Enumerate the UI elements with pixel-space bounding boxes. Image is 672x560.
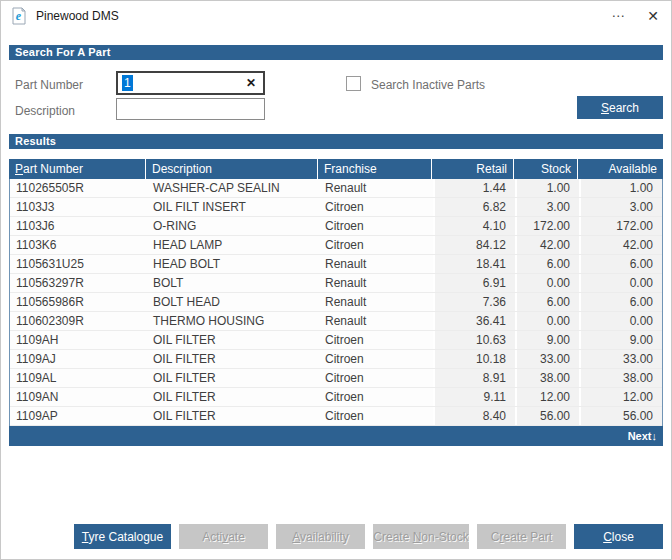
cell-description: WASHER-CAP SEALIN	[147, 179, 319, 197]
cell-part-number: 1103J6	[10, 217, 147, 235]
cell-part-number: 110563297R	[10, 274, 147, 292]
part-number-label: Part Number	[15, 78, 83, 92]
cell-available: 12.00	[579, 388, 662, 406]
close-window-icon[interactable]: ✕	[647, 8, 659, 24]
cell-retail: 8.40	[433, 407, 515, 425]
column-header-stock[interactable]: Stock	[514, 159, 578, 179]
cell-franchise: Citroen	[319, 407, 433, 425]
column-header-retail[interactable]: Retail	[432, 159, 514, 179]
cell-franchise: Renault	[319, 312, 433, 330]
cell-available: 3.00	[579, 198, 662, 216]
tyre-catalogue-button[interactable]: Tyre Catalogue	[74, 524, 171, 549]
footer-button-bar: Tyre CatalogueActivateAvailabilityCreate…	[74, 524, 663, 549]
cell-retail: 10.63	[433, 331, 515, 349]
table-row[interactable]: 1109ANOIL FILTERCitroen9.1112.0012.00	[10, 388, 662, 407]
more-options-button[interactable]: …	[611, 7, 625, 25]
cell-description: OIL FILTER	[147, 369, 319, 387]
cell-available: 172.00	[579, 217, 662, 235]
cell-available: 0.00	[579, 274, 662, 292]
cell-retail: 6.91	[433, 274, 515, 292]
cell-part-number: 110602309R	[10, 312, 147, 330]
activate-button[interactable]: Activate	[179, 524, 268, 549]
cell-franchise: Citroen	[319, 369, 433, 387]
window-title: Pinewood DMS	[36, 9, 119, 23]
cell-retail: 8.91	[433, 369, 515, 387]
search-button[interactable]: Search	[577, 96, 663, 119]
cell-franchise: Citroen	[319, 350, 433, 368]
app-ie-icon: e	[10, 7, 28, 25]
cell-franchise: Renault	[319, 255, 433, 273]
title-bar: e Pinewood DMS … ✕	[1, 1, 671, 31]
results-table-header: Part NumberDescriptionFranchiseRetailSto…	[9, 159, 663, 179]
cell-part-number: 1109AN	[10, 388, 147, 406]
column-header-franchise[interactable]: Franchise	[318, 159, 432, 179]
cell-stock: 3.00	[515, 198, 579, 216]
cell-stock: 33.00	[515, 350, 579, 368]
table-row[interactable]: 110565986RBOLT HEADRenault7.366.006.00	[10, 293, 662, 312]
description-input[interactable]	[116, 98, 265, 120]
column-header-description[interactable]: Description	[146, 159, 318, 179]
results-section-header: Results	[9, 134, 663, 149]
column-header-available[interactable]: Available	[578, 159, 663, 179]
cell-description: OIL FILTER	[147, 407, 319, 425]
table-row[interactable]: 1109AHOIL FILTERCitroen10.639.009.00	[10, 331, 662, 350]
cell-stock: 0.00	[515, 274, 579, 292]
cell-part-number: 1103J3	[10, 198, 147, 216]
cell-stock: 56.00	[515, 407, 579, 425]
cell-part-number: 1109AH	[10, 331, 147, 349]
cell-part-number: 1109AJ	[10, 350, 147, 368]
create-part-button[interactable]: Create Part	[477, 524, 566, 549]
clear-input-icon[interactable]: ✕	[246, 76, 256, 90]
table-row[interactable]: 1105631U25HEAD BOLTRenault18.416.006.00	[10, 255, 662, 274]
availability-button[interactable]: Availability	[276, 524, 365, 549]
cell-available: 0.00	[579, 312, 662, 330]
table-row[interactable]: 1103K6HEAD LAMPCitroen84.1242.0042.00	[10, 236, 662, 255]
cell-stock: 172.00	[515, 217, 579, 235]
cell-retail: 18.41	[433, 255, 515, 273]
cell-description: BOLT	[147, 274, 319, 292]
cell-retail: 1.44	[433, 179, 515, 197]
part-number-value: 1	[122, 75, 133, 91]
cell-available: 56.00	[579, 407, 662, 425]
cell-stock: 0.00	[515, 312, 579, 330]
cell-description: OIL FILTER	[147, 388, 319, 406]
column-header-part-number[interactable]: Part Number	[9, 159, 146, 179]
table-row[interactable]: 1109APOIL FILTERCitroen8.4056.0056.00	[10, 407, 662, 426]
results-table-body: 110265505RWASHER-CAP SEALINRenault1.441.…	[9, 179, 663, 426]
cell-available: 6.00	[579, 293, 662, 311]
cell-retail: 84.12	[433, 236, 515, 254]
cell-retail: 9.11	[433, 388, 515, 406]
cell-stock: 6.00	[515, 255, 579, 273]
table-row[interactable]: 1103J3OIL FILT INSERTCitroen6.823.003.00	[10, 198, 662, 217]
search-section-header: Search For A Part	[9, 45, 663, 60]
cell-description: HEAD LAMP	[147, 236, 319, 254]
table-row[interactable]: 1109AJOIL FILTERCitroen10.1833.0033.00	[10, 350, 662, 369]
table-row[interactable]: 1103J6O-RINGCitroen4.10172.00172.00	[10, 217, 662, 236]
results-table-footer: Next↓	[9, 426, 663, 446]
close-button[interactable]: Close	[574, 524, 663, 549]
table-row[interactable]: 1109ALOIL FILTERCitroen8.9138.0038.00	[10, 369, 662, 388]
next-page-button[interactable]: Next↓	[628, 430, 657, 442]
cell-part-number: 1109AL	[10, 369, 147, 387]
svg-text:e: e	[16, 9, 22, 23]
cell-retail: 10.18	[433, 350, 515, 368]
table-row[interactable]: 110265505RWASHER-CAP SEALINRenault1.441.…	[10, 179, 662, 198]
cell-stock: 12.00	[515, 388, 579, 406]
cell-part-number: 110265505R	[10, 179, 147, 197]
table-row[interactable]: 110602309RTHERMO HOUSINGRenault36.410.00…	[10, 312, 662, 331]
cell-part-number: 1105631U25	[10, 255, 147, 273]
cell-franchise: Citroen	[319, 388, 433, 406]
create-non-stock-button[interactable]: Create Non-Stock	[373, 524, 469, 549]
search-inactive-checkbox[interactable]	[346, 76, 361, 91]
cell-retail: 4.10	[433, 217, 515, 235]
cell-part-number: 1103K6	[10, 236, 147, 254]
cell-franchise: Citroen	[319, 198, 433, 216]
cell-description: HEAD BOLT	[147, 255, 319, 273]
cell-stock: 9.00	[515, 331, 579, 349]
cell-franchise: Renault	[319, 179, 433, 197]
part-number-input[interactable]: 1 ✕	[116, 71, 265, 95]
table-row[interactable]: 110563297RBOLTRenault6.910.000.00	[10, 274, 662, 293]
search-inactive-label: Search Inactive Parts	[371, 78, 485, 92]
dialog-window: e Pinewood DMS … ✕ Search For A Part Par…	[0, 0, 672, 560]
cell-franchise: Citroen	[319, 217, 433, 235]
